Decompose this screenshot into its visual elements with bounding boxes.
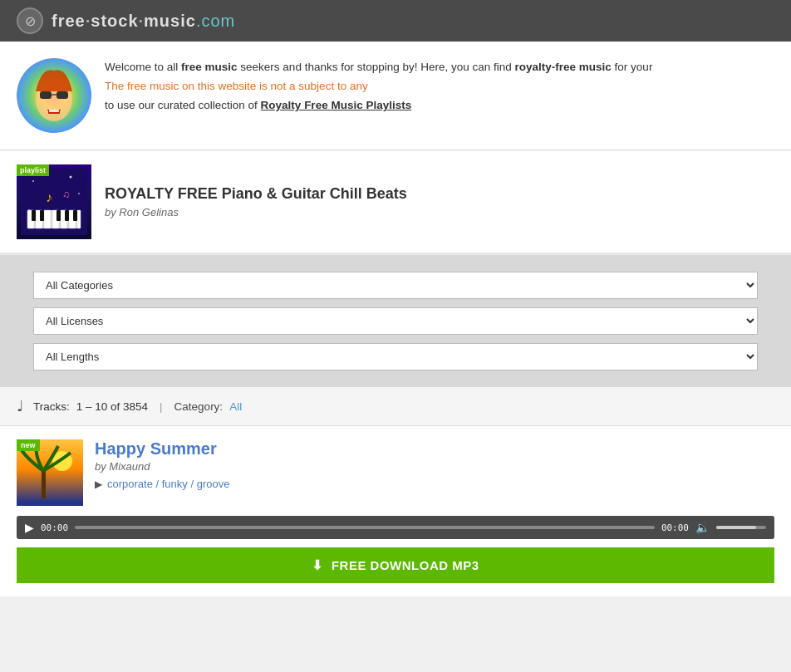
svg-rect-3 [56, 91, 68, 99]
track-meta: Happy Summer by Mixaund ▶ corporate / fu… [95, 439, 774, 490]
download-icon: ⬇ [312, 557, 323, 573]
new-badge: new [17, 439, 40, 451]
svg-rect-22 [56, 210, 61, 221]
welcome-section: Welcome to all free music seekers and th… [0, 42, 791, 150]
playlist-badge: playlist [17, 164, 49, 176]
category-all-link[interactable]: All [229, 400, 242, 413]
category-filter[interactable]: All Categories Corporate Cinematic Elect… [33, 272, 758, 299]
track-tags: ▶ corporate / funky / groove [95, 478, 774, 490]
playlist-link[interactable]: Royalty Free Music Playlists [261, 99, 412, 111]
download-label: FREE DOWNLOAD MP3 [332, 558, 479, 572]
svg-point-10 [78, 193, 80, 194]
avatar [17, 58, 91, 133]
filter-section: All Categories Corporate Cinematic Elect… [0, 255, 791, 387]
bottom-spacer [0, 596, 791, 630]
tags-text: corporate / funky / groove [107, 478, 229, 490]
svg-rect-23 [65, 210, 69, 221]
license-filter[interactable]: All Licenses Free Premium [33, 307, 758, 335]
music-icon: ♩ [17, 397, 23, 415]
track-title: Happy Summer [95, 439, 774, 459]
player-time-end: 00:00 [661, 522, 689, 533]
tags-play-icon[interactable]: ▶ [95, 478, 102, 490]
tracks-info-bar: ♩ Tracks: 1 – 10 of 3854 | Category: All [0, 387, 791, 426]
track-author: by Mixaund [95, 460, 774, 473]
track-thumbnail: new [17, 439, 83, 506]
volume-fill [716, 526, 756, 529]
svg-text:♪: ♪ [46, 190, 52, 204]
playlist-author: by Ron Gelinas [105, 206, 407, 218]
audio-player: ▶ 00:00 00:00 🔈 [17, 516, 774, 539]
svg-text:♫: ♫ [62, 189, 70, 200]
download-button[interactable]: ⬇ FREE DOWNLOAD MP3 [17, 547, 774, 583]
separator: | [160, 400, 163, 413]
svg-rect-6 [49, 110, 59, 112]
player-play-button[interactable]: ▶ [25, 521, 34, 534]
logo-icon: ⊘ [17, 7, 43, 34]
svg-rect-21 [40, 210, 44, 221]
player-time-start: 00:00 [41, 522, 68, 533]
svg-rect-2 [40, 91, 52, 99]
tracks-label: Tracks: [33, 400, 70, 413]
svg-rect-24 [73, 210, 77, 221]
volume-bar[interactable] [716, 526, 766, 529]
length-filter[interactable]: All Lengths 0-1 min 1-3 min 3-5 min 5+ m… [33, 343, 758, 370]
playlist-thumbnail: playlist [17, 164, 91, 239]
track-card: new [0, 426, 791, 596]
volume-icon: 🔈 [695, 521, 710, 534]
svg-point-9 [70, 176, 72, 179]
svg-point-8 [32, 180, 34, 182]
player-progress-bar[interactable] [75, 526, 655, 529]
svg-rect-20 [32, 210, 36, 221]
playlist-info: ROYALTY FREE Piano & Guitar Chill Beats … [105, 185, 407, 218]
track-header: new [17, 439, 774, 506]
svg-rect-19 [77, 210, 81, 228]
svg-rect-15 [44, 210, 51, 228]
featured-playlist: playlist [0, 150, 791, 255]
tracks-range: 1 – 10 of 3854 [76, 400, 148, 413]
avatar-image [17, 58, 91, 133]
svg-rect-29 [42, 469, 46, 498]
site-header: ⊘ free·stock·music.com [0, 0, 791, 42]
playlist-title: ROYALTY FREE Piano & Guitar Chill Beats [105, 185, 407, 203]
welcome-text: Welcome to all free music seekers and th… [105, 58, 652, 115]
logo-text: free·stock·music.com [52, 12, 235, 31]
category-label: Category: [174, 400, 224, 413]
